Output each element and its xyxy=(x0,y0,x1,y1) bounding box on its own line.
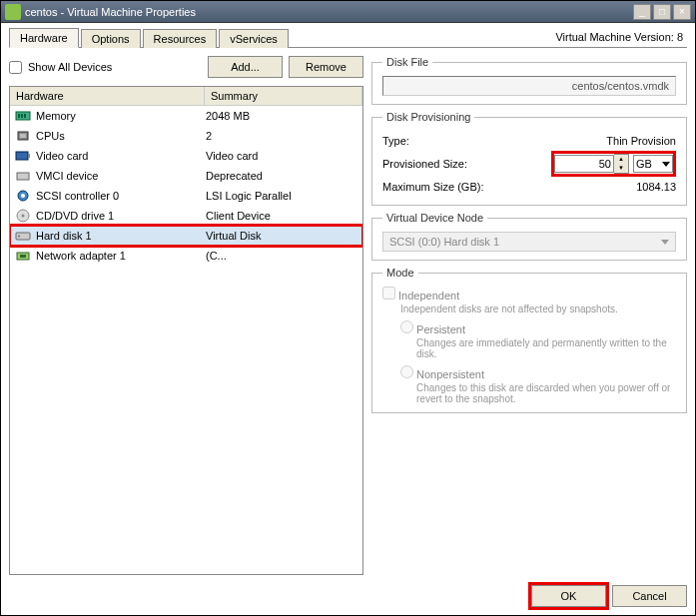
vnode-select: SCSI (0:0) Hard disk 1 xyxy=(382,232,676,252)
svg-point-10 xyxy=(21,194,25,198)
independent-checkbox xyxy=(382,287,395,300)
device-row-scsi[interactable]: SCSI controller 0LSI Logic Parallel xyxy=(10,186,362,206)
persistent-radio xyxy=(400,320,413,333)
nonpersistent-label: Nonpersistent xyxy=(416,368,484,380)
video-icon xyxy=(14,148,32,164)
nic-icon xyxy=(14,248,32,264)
device-name: Video card xyxy=(36,150,206,162)
disk-provisioning-group: Disk Provisioning Type: Thin Provision P… xyxy=(371,111,687,206)
mode-group: Mode Independent Independent disks are n… xyxy=(371,267,687,413)
size-spinner[interactable]: ▲▼ xyxy=(614,154,629,174)
dialog-footer: OK Cancel xyxy=(9,575,687,607)
add-button[interactable]: Add... xyxy=(208,56,283,78)
svg-point-14 xyxy=(18,236,20,238)
device-summary: 2048 MB xyxy=(206,110,358,122)
svg-rect-8 xyxy=(17,173,29,180)
show-all-devices-checkbox[interactable] xyxy=(9,61,22,74)
title-bar: centos - Virtual Machine Properties _ □ … xyxy=(1,1,695,23)
device-row-vmci[interactable]: VMCI deviceDeprecated xyxy=(10,166,362,186)
memory-icon xyxy=(14,108,32,124)
svg-rect-5 xyxy=(20,134,26,138)
device-row-nic[interactable]: Network adapter 1(C... xyxy=(10,246,362,266)
device-summary: (C... xyxy=(206,250,358,262)
max-size-value: 1084.13 xyxy=(576,181,676,193)
cancel-button[interactable]: Cancel xyxy=(612,585,687,607)
tab-bar: Hardware Options Resources vServices Vir… xyxy=(9,27,687,48)
disk-file-legend: Disk File xyxy=(382,56,432,68)
persistent-desc: Changes are immediately and permanently … xyxy=(416,337,676,359)
vnode-legend: Virtual Device Node xyxy=(382,212,487,224)
header-hardware[interactable]: Hardware xyxy=(10,87,205,105)
size-unit-select[interactable]: GB xyxy=(633,155,673,173)
svg-rect-1 xyxy=(18,114,20,118)
app-icon xyxy=(5,4,21,20)
device-name: CPUs xyxy=(36,130,206,142)
max-size-label: Maximum Size (GB): xyxy=(382,181,576,193)
nonpersistent-radio xyxy=(400,365,413,378)
ok-button[interactable]: OK xyxy=(531,585,606,607)
header-summary[interactable]: Summary xyxy=(205,87,362,105)
tab-resources[interactable]: Resources xyxy=(143,29,218,48)
mode-legend: Mode xyxy=(382,267,418,279)
device-row-video[interactable]: Video cardVideo card xyxy=(10,146,362,166)
device-summary: Video card xyxy=(206,150,358,162)
disk-provisioning-legend: Disk Provisioning xyxy=(382,111,474,123)
tab-hardware[interactable]: Hardware xyxy=(9,28,79,48)
persistent-label: Persistent xyxy=(416,323,465,335)
type-value: Thin Provision xyxy=(576,135,676,147)
hdd-icon xyxy=(14,228,32,244)
size-label: Provisioned Size: xyxy=(382,158,551,170)
virtual-device-node-group: Virtual Device Node SCSI (0:0) Hard disk… xyxy=(371,212,687,261)
cpu-icon xyxy=(14,128,32,144)
vm-version-label: Virtual Machine Version: 8 xyxy=(555,31,683,43)
nonpersistent-desc: Changes to this disk are discarded when … xyxy=(416,382,676,404)
svg-rect-7 xyxy=(28,154,30,158)
svg-rect-3 xyxy=(24,114,26,118)
scsi-icon xyxy=(14,188,32,204)
device-name: Network adapter 1 xyxy=(36,250,206,262)
device-name: CD/DVD drive 1 xyxy=(36,210,206,222)
svg-rect-16 xyxy=(20,255,26,258)
device-name: Hard disk 1 xyxy=(36,230,206,242)
device-summary: LSI Logic Parallel xyxy=(206,190,358,202)
cd-icon xyxy=(14,208,32,224)
provisioned-size-input[interactable] xyxy=(554,155,614,173)
vnode-value: SCSI (0:0) Hard disk 1 xyxy=(389,236,499,248)
tab-options[interactable]: Options xyxy=(81,29,141,48)
dropdown-icon xyxy=(661,240,669,245)
device-list[interactable]: Hardware Summary Memory2048 MBCPUs2Video… xyxy=(9,86,363,575)
device-summary: Deprecated xyxy=(206,170,358,182)
device-row-hdd[interactable]: Hard disk 1Virtual Disk xyxy=(10,226,362,246)
independent-label: Independent xyxy=(398,290,459,302)
tab-vservices[interactable]: vServices xyxy=(219,29,289,48)
type-label: Type: xyxy=(382,135,576,147)
vmci-icon xyxy=(14,168,32,184)
independent-desc: Independent disks are not affected by sn… xyxy=(400,304,676,314)
disk-file-group: Disk File centos/centos.vmdk xyxy=(371,56,687,105)
dropdown-icon xyxy=(662,162,670,167)
device-row-memory[interactable]: Memory2048 MB xyxy=(10,106,362,126)
svg-rect-2 xyxy=(21,114,23,118)
minimize-button[interactable]: _ xyxy=(633,4,651,20)
svg-rect-6 xyxy=(16,152,28,160)
window-title: centos - Virtual Machine Properties xyxy=(25,6,631,18)
device-name: SCSI controller 0 xyxy=(36,190,206,202)
remove-button[interactable]: Remove xyxy=(289,56,363,78)
device-name: Memory xyxy=(36,110,206,122)
disk-file-path: centos/centos.vmdk xyxy=(382,76,676,96)
device-summary: 2 xyxy=(206,130,358,142)
device-list-header: Hardware Summary xyxy=(10,87,362,106)
close-button[interactable]: × xyxy=(673,4,691,20)
device-row-cpu[interactable]: CPUs2 xyxy=(10,126,362,146)
device-summary: Virtual Disk xyxy=(206,230,358,242)
device-name: VMCI device xyxy=(36,170,206,182)
device-summary: Client Device xyxy=(206,210,358,222)
maximize-button[interactable]: □ xyxy=(653,4,671,20)
show-all-devices-label: Show All Devices xyxy=(28,61,112,73)
device-row-cd[interactable]: CD/DVD drive 1Client Device xyxy=(10,206,362,226)
size-unit-value: GB xyxy=(636,158,652,170)
svg-point-12 xyxy=(22,215,25,218)
